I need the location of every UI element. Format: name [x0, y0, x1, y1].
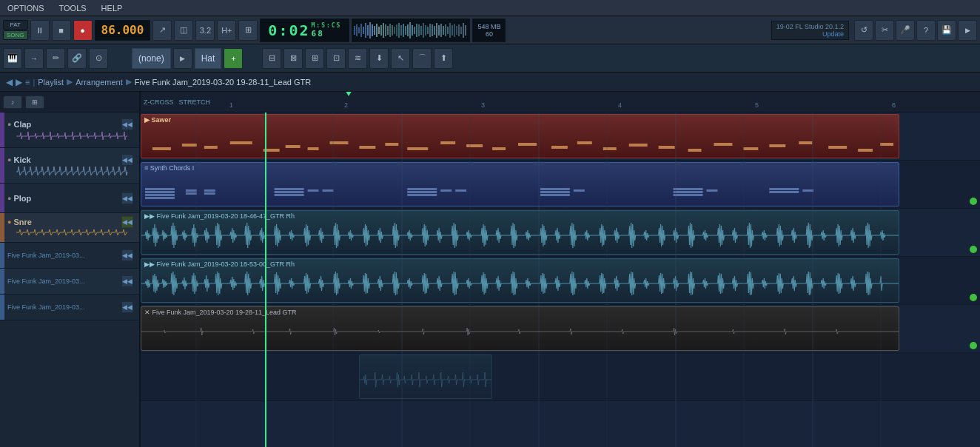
- svg-rect-79: [603, 147, 617, 150]
- piano-mini-btn[interactable]: ♪: [3, 95, 22, 109]
- stretch-label: STRETCH: [179, 98, 211, 106]
- svg-rect-101: [308, 189, 319, 192]
- tool-btn-4[interactable]: H+: [217, 20, 236, 41]
- clip-lead-gtr[interactable]: ✕ Five Funk Jam_2019-03-20 19-28-11_Lead…: [141, 306, 899, 351]
- clip-gtr-rh2[interactable]: ▶▶ Five Funk Jam_2019-03-20 18-53-00_GTR…: [141, 258, 899, 303]
- pitch-btn[interactable]: ⌒: [412, 48, 432, 69]
- breadcrumb-arrangement[interactable]: Arrangement: [75, 78, 123, 87]
- svg-rect-39: [440, 24, 442, 37]
- clip-gtr-rh1[interactable]: ▶▶ Five Funk Jam_2019-03-20 18-46-47_GTR…: [141, 210, 899, 255]
- cursor-btn[interactable]: ↖: [391, 48, 410, 69]
- arrow-right-btn[interactable]: →: [24, 48, 44, 69]
- ruler-mark-6: 6: [892, 100, 896, 109]
- clip-bass-sawer[interactable]: ▶ Sawer: [141, 114, 899, 158]
- svg-rect-103: [407, 188, 437, 190]
- track-mute-btn-funk3[interactable]: ◀◀: [121, 301, 133, 313]
- nav-back-icon[interactable]: ◀: [6, 77, 13, 87]
- song-button[interactable]: SONG: [3, 30, 28, 40]
- breadcrumb-playlist[interactable]: Playlist: [38, 78, 64, 87]
- track-mute-btn-snre[interactable]: ◀◀: [121, 216, 133, 228]
- track-mute-clap[interactable]: ●: [7, 121, 11, 128]
- question-btn[interactable]: ?: [916, 20, 936, 41]
- piano-roll-btn[interactable]: ⊡: [326, 48, 346, 69]
- stamp-btn[interactable]: ⊙: [89, 48, 108, 69]
- track-name-funk1: Five Funk Jam_2019-03...: [7, 252, 85, 259]
- channel-rack-btn[interactable]: ⊞: [305, 48, 324, 69]
- tool-btn-3[interactable]: 3.2: [195, 20, 215, 41]
- track-mute-snre[interactable]: ●: [7, 218, 11, 226]
- link-btn[interactable]: 🔗: [67, 48, 87, 69]
- tool-btn-5[interactable]: ⊞: [238, 20, 258, 41]
- svg-rect-106: [440, 189, 452, 192]
- track-mute-kick[interactable]: ●: [7, 156, 11, 164]
- menu-options[interactable]: OPTIONS: [0, 2, 52, 14]
- svg-rect-26: [412, 25, 413, 36]
- svg-rect-69: [330, 141, 349, 144]
- bpm-display[interactable]: 86.000: [95, 20, 151, 41]
- svg-rect-102: [323, 189, 334, 192]
- track-row-12: [141, 401, 980, 447]
- breadcrumb-current[interactable]: Five Funk Jam_2019-03-20 19-28-11_Lead G…: [135, 78, 311, 87]
- track-dot-gtr2: [970, 294, 977, 301]
- menu-tools[interactable]: TOOLS: [52, 2, 94, 14]
- menu-bar: OPTIONS TOOLS HELP: [0, 0, 980, 16]
- svg-rect-32: [425, 25, 426, 36]
- grid-mini-btn[interactable]: ⊞: [25, 95, 44, 109]
- track-mute-btn-plop[interactable]: ◀◀: [121, 192, 133, 204]
- svg-rect-93: [145, 197, 175, 199]
- list-icon: ≡: [25, 78, 30, 87]
- track-name-funk3: Five Funk Jam_2019-03...: [7, 303, 85, 311]
- track-header-kick: ● Kick ◀◀: [0, 148, 139, 184]
- svg-rect-74: [466, 144, 483, 147]
- time-sub: M:S:CS 68: [312, 22, 342, 38]
- stop-button[interactable]: ⏸: [30, 20, 50, 41]
- tool-btn-1[interactable]: ↗: [152, 20, 172, 41]
- track-list: ● Clap ◀◀ ●: [0, 112, 139, 447]
- piano-btn[interactable]: 🎹: [3, 48, 22, 69]
- channel-next[interactable]: ▶: [173, 48, 192, 69]
- svg-rect-85: [769, 144, 785, 147]
- download-btn[interactable]: ⬇: [369, 48, 389, 69]
- track-mute-btn-funk2[interactable]: ◀◀: [121, 275, 133, 287]
- svg-rect-83: [714, 143, 732, 146]
- refresh-btn[interactable]: ↺: [854, 20, 873, 41]
- track-header-funk2: Five Funk Jam_2019-03... ◀◀: [0, 269, 139, 295]
- menu-help[interactable]: HELP: [94, 2, 130, 14]
- save-btn[interactable]: 💾: [937, 20, 956, 41]
- svg-rect-38: [438, 25, 440, 36]
- timeline-ruler[interactable]: Z-CROSS STRETCH 1 2 3 4: [141, 92, 980, 112]
- pencil-btn[interactable]: ✏: [46, 48, 65, 69]
- tool-btn-2[interactable]: ◫: [174, 20, 193, 41]
- track-mute-plop[interactable]: ●: [7, 195, 11, 202]
- svg-rect-47: [458, 24, 460, 36]
- grid-view-btn[interactable]: ⊟: [262, 48, 281, 69]
- track-mute-btn-clap[interactable]: ◀◀: [121, 118, 133, 130]
- svg-rect-111: [574, 189, 585, 192]
- svg-rect-15: [387, 26, 389, 35]
- layout-btn1[interactable]: ⊠: [283, 48, 303, 69]
- svg-rect-71: [385, 143, 398, 146]
- add-channel-btn[interactable]: +: [224, 48, 243, 69]
- playhead-marker: [344, 92, 353, 96]
- nav-fwd-icon[interactable]: ▶: [16, 77, 22, 87]
- clip-synth-chords[interactable]: ≡ Synth Chords I: [141, 162, 899, 206]
- mixer-btn[interactable]: ≋: [348, 48, 367, 69]
- track-row-gtr-rh1: ▶▶ Five Funk Jam_2019-03-20 18-46-47_GTR…: [141, 209, 980, 257]
- track-mute-btn-funk1[interactable]: ◀◀: [121, 249, 133, 261]
- mic-btn[interactable]: 🎤: [896, 20, 915, 41]
- svg-rect-37: [436, 23, 437, 38]
- pause-button[interactable]: ■: [52, 20, 71, 41]
- svg-rect-116: [769, 188, 799, 190]
- track-mute-btn-kick[interactable]: ◀◀: [121, 154, 133, 166]
- scissors-btn[interactable]: ✂: [875, 20, 894, 41]
- svg-rect-35: [432, 24, 433, 36]
- export-btn[interactable]: ⬆: [434, 48, 453, 69]
- svg-rect-49: [463, 23, 464, 38]
- record-button[interactable]: ●: [73, 20, 93, 41]
- pat-button[interactable]: PAT: [3, 20, 28, 30]
- expand-btn[interactable]: ▶: [958, 20, 977, 41]
- time-display: 0:02 M:S:CS 68: [260, 19, 349, 42]
- svg-rect-22: [403, 24, 404, 37]
- clip-track11[interactable]: [359, 354, 492, 399]
- svg-rect-104: [407, 191, 437, 193]
